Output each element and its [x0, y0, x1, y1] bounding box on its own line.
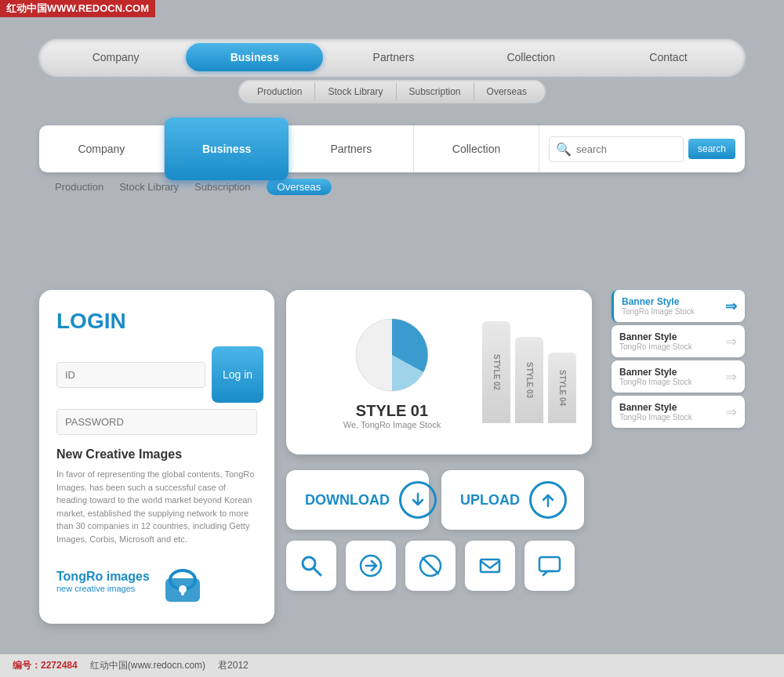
footer-author: 君2012: [218, 659, 249, 672]
style-label: STYLE 01: [356, 402, 428, 420]
footer: 编号：2272484 红动中国(www.redocn.com) 君2012: [0, 654, 784, 677]
nav1-sub-stocklibrary[interactable]: Stock Library: [315, 83, 396, 100]
banner-item-4-sub: TongRo Image Stock: [619, 413, 725, 422]
style-tabs: STYLE 02 STYLE 03 STYLE 04: [482, 321, 576, 423]
nav1-item-business[interactable]: Business: [186, 43, 323, 71]
login-brand-sub: new creative images: [56, 584, 150, 593]
arrow-icon: ⇒: [725, 333, 737, 350]
login-desc-text: In favor of representing the global cont…: [56, 468, 257, 545]
upload-icon: [529, 481, 567, 519]
login-button[interactable]: Log in: [212, 346, 263, 403]
nav2-sub-subscription[interactable]: Subscription: [194, 181, 251, 193]
mail-icon-button[interactable]: [465, 541, 515, 591]
banner-item-3-text: Banner Style TongRo Image Stock: [619, 367, 725, 386]
upload-label-black: UP: [460, 492, 480, 508]
download-label: DOWNLOAD: [305, 492, 390, 509]
footer-number: 编号：2272484: [13, 659, 78, 672]
banner-item-4[interactable]: Banner Style TongRo Image Stock ⇒: [612, 396, 745, 428]
nav1-sub-subscription[interactable]: Subscription: [397, 83, 474, 100]
login-password-input[interactable]: [56, 409, 257, 435]
nav2-item-business[interactable]: Business: [165, 118, 289, 180]
style-tab-04[interactable]: STYLE 04: [548, 353, 576, 423]
svg-rect-3: [181, 589, 184, 596]
nav1-sub-overseas[interactable]: Overseas: [474, 83, 539, 100]
login-brand-name: TongRo images: [56, 570, 150, 584]
nav2-sub-production[interactable]: Production: [55, 181, 103, 193]
style-sub: We, TongRo Image Stock: [343, 420, 441, 429]
banner-item-3-title: Banner Style: [619, 367, 725, 378]
nav1-bar: Company Business Partners Collection Con…: [39, 39, 745, 75]
arrow-icon: ⇒: [725, 298, 737, 315]
login-brand-text-wrap: TongRo images new creative images: [56, 570, 150, 593]
nav1-sub-production[interactable]: Production: [245, 83, 315, 100]
nav1-submenu: Production Stock Library Subscription Ov…: [39, 80, 745, 103]
upload-label: UPLOAD: [460, 492, 520, 509]
arrow-icon: ⇒: [725, 404, 737, 421]
nav1-sub-bar: Production Stock Library Subscription Ov…: [238, 80, 546, 103]
banner-item-3[interactable]: Banner Style TongRo Image Stock ⇒: [612, 360, 745, 393]
upload-button[interactable]: UPLOAD: [441, 470, 584, 530]
banner-item-1-title: Banner Style: [622, 296, 725, 307]
block-icon-button[interactable]: [405, 541, 456, 591]
nav1-item-contact[interactable]: Contact: [600, 45, 737, 70]
nav1-item-company[interactable]: Company: [47, 45, 184, 70]
login-fields: Log in: [56, 346, 257, 435]
banner-list: Banner Style TongRo Image Stock ⇒ Banner…: [612, 290, 745, 428]
svg-rect-10: [481, 559, 499, 572]
nav2-item-partners[interactable]: Partners: [289, 125, 414, 172]
arrow-icon: ⇒: [725, 368, 737, 386]
search-input[interactable]: [576, 143, 677, 155]
banner-item-1-sub: TongRo Image Stock: [622, 307, 725, 316]
download-button[interactable]: DOWNLOAD: [286, 470, 429, 530]
login-box: LOGIN Log in New Creative Images In favo…: [39, 290, 274, 624]
search-icon-button[interactable]: [286, 541, 336, 591]
login-brand: TongRo images new creative images: [56, 558, 257, 605]
nav2-sub-overseas[interactable]: Overseas: [267, 179, 332, 195]
banner-item-1[interactable]: Banner Style TongRo Image Stock ⇒: [612, 290, 745, 322]
banner-item-2-text: Banner Style TongRo Image Stock: [619, 331, 725, 351]
icon-button-row: [286, 541, 575, 591]
nav2-submenu: Production Stock Library Subscription Ov…: [39, 179, 745, 195]
upload-label-blue: LOAD: [480, 492, 520, 508]
style-tab-02[interactable]: STYLE 02: [482, 321, 510, 423]
search-icon: 🔍: [556, 142, 572, 157]
login-title-lo: LOG: [56, 309, 104, 333]
footer-site: 红动中国(www.redocn.com): [90, 659, 205, 672]
svg-line-9: [423, 558, 438, 574]
banner-item-2-sub: TongRo Image Stock: [619, 342, 725, 351]
banner-item-3-sub: TongRo Image Stock: [619, 378, 725, 386]
search-button[interactable]: search: [688, 139, 735, 159]
watermark: 红动中国WWW.REDOCN.COM: [0, 0, 155, 17]
nav2-bar: Company Business Partners Collection 🔍 s…: [39, 125, 745, 172]
style-main: STYLE 01 We, TongRo Image Stock: [302, 316, 482, 429]
nav1-section: Company Business Partners Collection Con…: [39, 39, 745, 103]
nav2-sub-stocklibrary[interactable]: Stock Library: [119, 181, 179, 193]
login-desc-title: New Creative Images: [56, 447, 257, 462]
svg-line-6: [314, 568, 321, 575]
download-upload-row: DOWNLOAD UPLOAD: [286, 470, 584, 530]
download-label-blue: LOAD: [350, 492, 390, 508]
nav2-search-box: 🔍: [549, 136, 684, 162]
nav1-item-partners[interactable]: Partners: [325, 45, 462, 70]
login-title: LOGIN: [56, 309, 257, 334]
banner-item-1-text: Banner Style TongRo Image Stock: [622, 296, 725, 316]
banner-item-2[interactable]: Banner Style TongRo Image Stock ⇒: [612, 325, 745, 357]
nav2-item-company[interactable]: Company: [39, 125, 165, 172]
style-tab-03[interactable]: STYLE 03: [515, 337, 543, 423]
download-label-black: DOWN: [305, 492, 350, 508]
lock-icon: [159, 558, 206, 605]
login-id-row: Log in: [56, 346, 257, 403]
nav2-section: Company Business Partners Collection 🔍 s…: [39, 125, 745, 195]
banner-item-4-text: Banner Style TongRo Image Stock: [619, 402, 725, 422]
pie-chart: [353, 316, 431, 394]
nav1-item-collection[interactable]: Collection: [463, 45, 600, 70]
login-password-row: [56, 409, 257, 435]
login-title-in: IN: [104, 309, 126, 333]
chat-icon-button[interactable]: [524, 541, 575, 591]
svg-rect-11: [539, 557, 560, 571]
nav2-item-collection[interactable]: Collection: [414, 125, 539, 172]
login-id-input[interactable]: [56, 362, 205, 388]
banner-item-2-title: Banner Style: [619, 331, 725, 342]
arrow-icon-button[interactable]: [346, 541, 396, 591]
download-icon: [399, 481, 437, 519]
